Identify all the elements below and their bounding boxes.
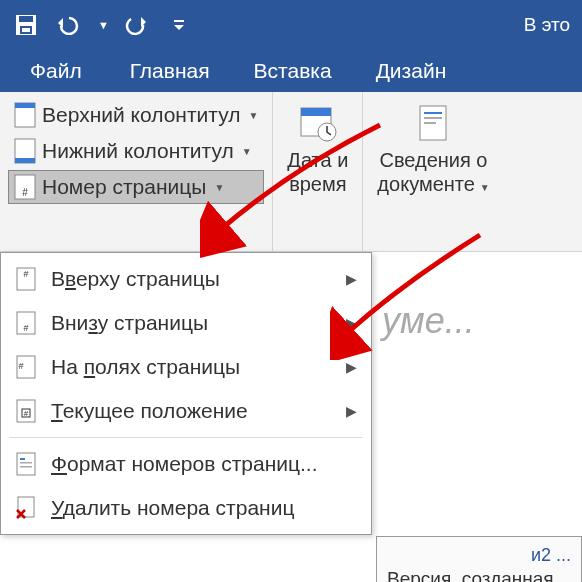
menu-label: На полях страницы bbox=[51, 355, 240, 379]
calendar-clock-icon bbox=[297, 102, 339, 144]
quick-access-toolbar: ▼ bbox=[12, 11, 193, 39]
svg-text:#: # bbox=[18, 361, 23, 371]
menu-page-margins[interactable]: # На полях страницы ▶ bbox=[1, 345, 371, 389]
footer-button[interactable]: Нижний колонтитул ▼ bbox=[8, 134, 264, 168]
current-position-icon: # bbox=[16, 399, 36, 423]
submenu-arrow-icon: ▶ bbox=[346, 271, 357, 287]
header-footer-group: Верхний колонтитул ▼ Нижний колонтитул ▼… bbox=[0, 92, 272, 251]
menu-remove-numbers[interactable]: Удалить номера страниц bbox=[1, 486, 371, 530]
qat-customize-button[interactable] bbox=[165, 11, 193, 39]
footer-icon bbox=[14, 138, 36, 164]
page-top-icon: # bbox=[16, 267, 36, 291]
document-placeholder: уме... bbox=[372, 280, 582, 362]
svg-rect-3 bbox=[22, 28, 30, 32]
tab-design[interactable]: Дизайн bbox=[354, 50, 469, 92]
date-time-button[interactable]: Дата и время bbox=[279, 98, 356, 200]
svg-rect-12 bbox=[301, 108, 331, 116]
page-bottom-icon: # bbox=[16, 311, 36, 335]
ribbon-tabs: Файл Главная Вставка Дизайн bbox=[0, 50, 582, 92]
header-button[interactable]: Верхний колонтитул ▼ bbox=[8, 98, 264, 132]
svg-text:#: # bbox=[22, 187, 28, 198]
tab-home[interactable]: Главная bbox=[108, 50, 232, 92]
menu-label: Формат номеров страниц... bbox=[51, 452, 318, 476]
tab-file[interactable]: Файл bbox=[4, 50, 108, 92]
page-margins-icon: # bbox=[16, 355, 36, 379]
chevron-down-icon: ▼ bbox=[248, 110, 258, 121]
date-time-group: Дата и время bbox=[272, 92, 362, 251]
title-text: В это bbox=[524, 14, 570, 36]
customize-icon bbox=[172, 18, 186, 32]
remove-icon bbox=[15, 496, 37, 520]
version-description: Версия, созданная при послед... bbox=[387, 568, 571, 582]
page-number-icon: # bbox=[14, 174, 36, 200]
save-icon bbox=[14, 13, 38, 37]
ribbon: Верхний колонтитул ▼ Нижний колонтитул ▼… bbox=[0, 92, 582, 252]
redo-button[interactable] bbox=[123, 11, 151, 39]
menu-top-of-page[interactable]: # Вверху страницы ▶ bbox=[1, 257, 371, 301]
document-versions-panel[interactable]: и2 ... Версия, созданная при послед... bbox=[376, 536, 582, 582]
svg-text:#: # bbox=[23, 323, 28, 333]
svg-rect-28 bbox=[20, 458, 25, 460]
svg-rect-8 bbox=[15, 158, 35, 163]
tab-insert[interactable]: Вставка bbox=[232, 50, 354, 92]
chevron-down-icon: ▼ bbox=[242, 146, 252, 157]
menu-label: Текущее положение bbox=[51, 399, 248, 423]
menu-bottom-of-page[interactable]: # Внизу страницы ▶ bbox=[1, 301, 371, 345]
menu-label: Удалить номера страниц bbox=[51, 496, 294, 520]
format-icon bbox=[16, 452, 36, 476]
svg-text:#: # bbox=[23, 269, 28, 279]
header-label: Верхний колонтитул bbox=[42, 103, 240, 127]
submenu-arrow-icon: ▶ bbox=[346, 359, 357, 375]
page-number-menu: # Вверху страницы ▶ # Внизу страницы ▶ #… bbox=[0, 252, 372, 535]
svg-rect-4 bbox=[174, 20, 184, 22]
page-number-label: Номер страницы bbox=[42, 175, 206, 199]
save-button[interactable] bbox=[12, 11, 40, 39]
date-time-label-2: время bbox=[289, 172, 346, 196]
footer-label: Нижний колонтитул bbox=[42, 139, 234, 163]
svg-text:#: # bbox=[24, 409, 29, 418]
title-bar: ▼ В это bbox=[0, 0, 582, 50]
svg-rect-17 bbox=[424, 122, 436, 124]
header-icon bbox=[14, 102, 36, 128]
submenu-arrow-icon: ▶ bbox=[346, 403, 357, 419]
svg-rect-16 bbox=[424, 117, 442, 119]
doc-info-group: Сведения о документе ▼ bbox=[362, 92, 503, 251]
redo-icon bbox=[125, 15, 149, 35]
date-time-label-1: Дата и bbox=[287, 148, 348, 172]
undo-button[interactable] bbox=[54, 11, 82, 39]
menu-separator bbox=[9, 437, 363, 438]
page-number-button[interactable]: # Номер страницы ▼ bbox=[8, 170, 264, 204]
chevron-down-icon: ▼ bbox=[477, 182, 490, 193]
submenu-arrow-icon: ▶ bbox=[346, 315, 357, 331]
doc-info-button[interactable]: Сведения о документе ▼ bbox=[369, 98, 497, 200]
svg-rect-1 bbox=[19, 16, 33, 22]
chevron-down-icon: ▼ bbox=[214, 182, 224, 193]
menu-current-position[interactable]: # Текущее положение ▶ bbox=[1, 389, 371, 433]
svg-rect-15 bbox=[424, 112, 442, 114]
menu-label: Внизу страницы bbox=[51, 311, 208, 335]
svg-rect-30 bbox=[20, 466, 32, 468]
version-link[interactable]: и2 ... bbox=[387, 545, 571, 566]
svg-rect-27 bbox=[17, 453, 35, 475]
doc-info-label-2: документе bbox=[377, 173, 475, 195]
menu-format-numbers[interactable]: Формат номеров страниц... bbox=[1, 442, 371, 486]
undo-icon bbox=[55, 15, 81, 35]
doc-info-label-1: Сведения о bbox=[379, 148, 487, 172]
svg-rect-6 bbox=[15, 103, 35, 108]
svg-rect-29 bbox=[20, 462, 32, 464]
document-info-icon bbox=[412, 102, 454, 144]
undo-dropdown-icon[interactable]: ▼ bbox=[98, 19, 109, 31]
menu-label: Вверху страницы bbox=[51, 267, 220, 291]
